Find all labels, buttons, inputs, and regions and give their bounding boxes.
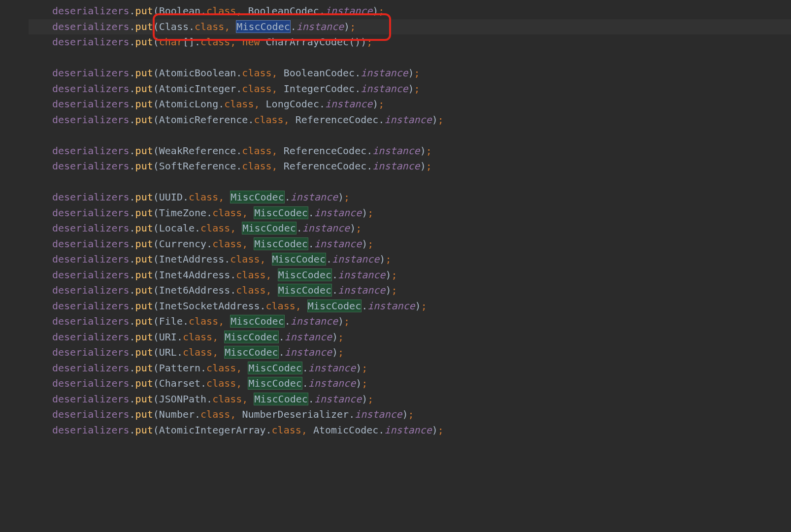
- type-ref: Inet6Address: [159, 284, 231, 296]
- code-line[interactable]: deserializers.put(AtomicLong.class, Long…: [29, 97, 791, 112]
- type-ref: Currency: [159, 238, 206, 250]
- static-field: instance: [355, 408, 402, 420]
- code-line[interactable]: deserializers.put(Charset.class, MiscCod…: [29, 376, 791, 392]
- type-ref: AtomicInteger: [159, 83, 236, 95]
- type-ref: File: [159, 315, 183, 327]
- method-call: put: [135, 238, 153, 250]
- code-line[interactable]: [29, 128, 791, 143]
- type-ref: URL: [159, 346, 177, 358]
- method-call: put: [135, 393, 153, 405]
- type-ref: AtomicBoolean: [159, 67, 236, 79]
- code-editor[interactable]: deserializers.put(Boolean.class, Boolean…: [29, 0, 791, 532]
- type-ref: Boolean: [159, 5, 200, 17]
- code-line[interactable]: deserializers.put(InetAddress.class, Mis…: [29, 252, 791, 267]
- field-ref: deserializers: [52, 191, 130, 203]
- static-field: instance: [338, 284, 385, 296]
- type-ref: URI: [159, 331, 177, 343]
- code-line[interactable]: deserializers.put(char[].class, new Char…: [29, 34, 791, 50]
- code-line[interactable]: deserializers.put(WeakReference.class, R…: [29, 143, 791, 159]
- method-call: put: [135, 5, 153, 17]
- field-ref: deserializers: [52, 114, 130, 126]
- codec-ref: MiscCodec: [307, 299, 362, 312]
- code-line[interactable]: deserializers.put(URL.class, MiscCodec.i…: [29, 345, 791, 361]
- method-call: put: [135, 377, 153, 389]
- static-field: instance: [291, 315, 338, 327]
- codec-ref: MiscCodec: [254, 237, 308, 250]
- type-ref: InetSocketAddress: [159, 300, 260, 312]
- codec-ref: ReferenceCodec: [284, 160, 367, 172]
- code-line[interactable]: deserializers.put(InetSocketAddress.clas…: [29, 299, 791, 314]
- type-ref: JSONPath: [159, 393, 206, 405]
- field-ref: deserializers: [52, 160, 130, 172]
- type-ref: char: [159, 36, 183, 48]
- code-line[interactable]: deserializers.put(AtomicIntegerArray.cla…: [29, 423, 791, 438]
- method-call: put: [135, 346, 153, 358]
- code-line[interactable]: deserializers.put(AtomicReference.class,…: [29, 112, 791, 128]
- static-field: instance: [285, 331, 332, 343]
- field-ref: deserializers: [52, 315, 130, 327]
- codec-ref: MiscCodec: [254, 393, 308, 405]
- codec-ref: BooleanCodec: [284, 67, 355, 79]
- code-line[interactable]: [29, 174, 791, 190]
- codec-ref: MiscCodec: [272, 253, 326, 266]
- field-ref: deserializers: [52, 408, 130, 420]
- type-ref: InetAddress: [159, 253, 224, 265]
- code-line[interactable]: deserializers.put(SoftReference.class, R…: [29, 159, 791, 174]
- field-ref: deserializers: [52, 377, 130, 389]
- codec-ref: ReferenceCodec: [296, 114, 379, 126]
- codec-ref: MiscCodec: [248, 362, 302, 374]
- static-field: instance: [291, 191, 338, 203]
- field-ref: deserializers: [52, 253, 130, 265]
- codec-ref: MiscCodec: [224, 331, 278, 343]
- codec-ref: LongCodec: [266, 98, 319, 110]
- field-ref: deserializers: [52, 300, 130, 312]
- method-call: put: [135, 269, 153, 281]
- codec-ref-selected: MiscCodec: [236, 20, 290, 33]
- field-ref: deserializers: [52, 284, 130, 296]
- static-field: instance: [314, 393, 362, 405]
- method-call: put: [135, 207, 153, 219]
- field-ref: deserializers: [52, 36, 130, 48]
- codec-ref: NumberDeserializer: [242, 408, 349, 420]
- method-call: put: [135, 191, 153, 203]
- method-call: put: [135, 114, 153, 126]
- method-call: put: [135, 424, 153, 436]
- code-line[interactable]: deserializers.put(JSONPath.class, MiscCo…: [29, 392, 791, 407]
- code-line[interactable]: deserializers.put(Number.class, NumberDe…: [29, 407, 791, 423]
- static-field: instance: [384, 114, 431, 126]
- code-line[interactable]: deserializers.put(UUID.class, MiscCodec.…: [29, 190, 791, 205]
- field-ref: deserializers: [52, 269, 130, 281]
- field-ref: deserializers: [52, 83, 130, 95]
- code-line[interactable]: deserializers.put(URI.class, MiscCodec.i…: [29, 330, 791, 345]
- codec-ref: MiscCodec: [224, 346, 278, 359]
- field-ref: deserializers: [52, 424, 130, 436]
- code-line[interactable]: deserializers.put(AtomicBoolean.class, B…: [29, 66, 791, 81]
- code-line[interactable]: [29, 50, 791, 66]
- field-ref: deserializers: [52, 346, 130, 358]
- code-line[interactable]: deserializers.put(Pattern.class, MiscCod…: [29, 361, 791, 376]
- method-call: put: [135, 145, 153, 157]
- field-ref: deserializers: [52, 21, 130, 33]
- code-line[interactable]: deserializers.put(AtomicInteger.class, I…: [29, 81, 791, 97]
- static-field: instance: [338, 269, 385, 281]
- static-field: instance: [302, 222, 350, 234]
- type-ref: Inet4Address: [159, 269, 231, 281]
- field-ref: deserializers: [52, 222, 130, 234]
- code-line[interactable]: deserializers.put(Inet6Address.class, Mi…: [29, 283, 791, 299]
- code-line[interactable]: deserializers.put(File.class, MiscCodec.…: [29, 314, 791, 330]
- code-line[interactable]: deserializers.put(Currency.class, MiscCo…: [29, 236, 791, 252]
- codec-ref: MiscCodec: [248, 377, 302, 390]
- code-line[interactable]: deserializers.put(Class.class, MiscCodec…: [29, 19, 791, 35]
- code-line[interactable]: deserializers.put(TimeZone.class, MiscCo…: [29, 205, 791, 221]
- field-ref: deserializers: [52, 145, 130, 157]
- static-field: instance: [372, 160, 420, 172]
- type-ref: AtomicLong: [159, 98, 218, 110]
- type-ref: Class: [159, 21, 189, 33]
- method-call: put: [135, 98, 153, 110]
- code-line[interactable]: deserializers.put(Inet4Address.class, Mi…: [29, 267, 791, 283]
- static-field: instance: [384, 424, 431, 436]
- codec-ref: CharArrayCodec: [266, 36, 349, 48]
- code-line[interactable]: deserializers.put(Locale.class, MiscCode…: [29, 221, 791, 236]
- code-line[interactable]: deserializers.put(Boolean.class, Boolean…: [29, 3, 791, 19]
- field-ref: deserializers: [52, 393, 130, 405]
